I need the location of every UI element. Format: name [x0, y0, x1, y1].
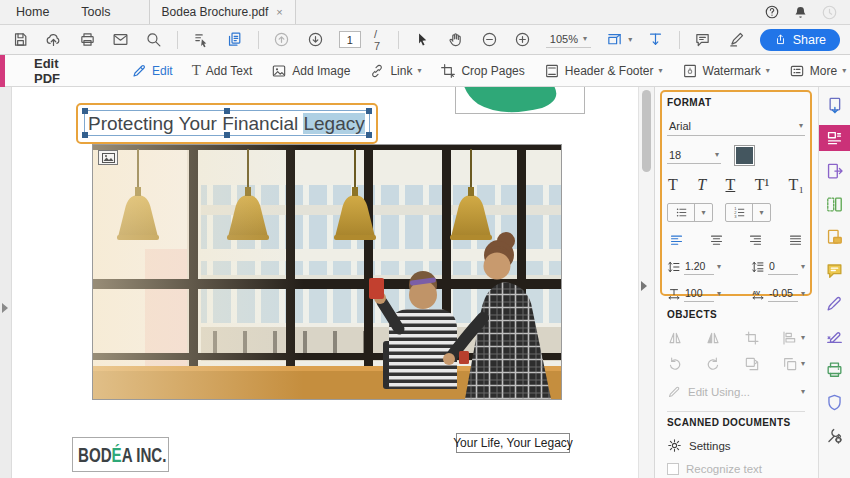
- protect-tool-icon[interactable]: [819, 389, 850, 415]
- align-right-button[interactable]: [748, 233, 763, 248]
- dropdown-caret-icon[interactable]: [752, 204, 770, 221]
- edit-using-button[interactable]: Edit Using...: [667, 384, 805, 399]
- hand-tool-icon[interactable]: [446, 29, 466, 51]
- expand-left-panel-icon[interactable]: [2, 303, 8, 313]
- account-icon[interactable]: [821, 4, 838, 21]
- horizontal-scale-control[interactable]: 100: [667, 286, 721, 302]
- arrange-objects-button[interactable]: [782, 356, 805, 372]
- highlighter-icon[interactable]: [726, 29, 746, 51]
- brochure-photo[interactable]: [92, 144, 562, 400]
- flip-vertical-button[interactable]: [705, 330, 721, 346]
- rotate-counterclockwise-button[interactable]: [667, 356, 683, 372]
- share-button[interactable]: Share: [760, 29, 840, 51]
- upload-cloud-icon[interactable]: [43, 29, 63, 51]
- organize-pages-icon[interactable]: [224, 29, 244, 51]
- page-heading[interactable]: Protecting Your Financial Legacy: [88, 110, 365, 138]
- zoom-out-icon[interactable]: [479, 29, 499, 51]
- request-signatures-tool-icon[interactable]: [819, 323, 850, 349]
- align-center-button[interactable]: [709, 233, 724, 248]
- selection-handle[interactable]: [366, 132, 372, 138]
- character-spacing-control[interactable]: AV -0.05: [751, 286, 805, 302]
- bulleted-list-control[interactable]: [667, 203, 713, 222]
- main-toolbar: 1 / 7 105% Share: [0, 25, 850, 55]
- collapse-panel-icon[interactable]: [641, 281, 647, 291]
- tab-document[interactable]: Bodea Brochure.pdf ×: [149, 0, 296, 24]
- recognize-text-checkbox-row[interactable]: Recognize text: [667, 463, 805, 475]
- scan-ocr-tool-icon[interactable]: [819, 356, 850, 382]
- superscript-button[interactable]: T¹: [755, 176, 770, 194]
- dropdown-caret-icon: [583, 35, 587, 43]
- more-button[interactable]: More: [789, 63, 846, 79]
- checkbox[interactable]: [667, 463, 679, 475]
- heading-highlight-callout: Protecting Your Financial Legacy: [76, 103, 378, 144]
- align-left-button[interactable]: [669, 233, 684, 248]
- link-button[interactable]: Link: [369, 63, 421, 79]
- italic-button[interactable]: T: [697, 176, 706, 194]
- left-panel-rail[interactable]: [0, 87, 12, 478]
- watermark-button[interactable]: Watermark: [682, 63, 770, 79]
- dropdown-caret-icon[interactable]: [628, 36, 632, 44]
- font-size-dropdown[interactable]: 18: [667, 147, 721, 164]
- replace-image-button[interactable]: [744, 356, 760, 372]
- crop-object-button[interactable]: [744, 330, 760, 346]
- brochure-top-graphic[interactable]: [455, 87, 585, 114]
- flip-horizontal-button[interactable]: [667, 330, 683, 346]
- scrollbar-thumb[interactable]: [642, 90, 651, 172]
- underline-button[interactable]: T: [725, 176, 735, 194]
- bulleted-list-icon[interactable]: [668, 204, 694, 221]
- export-pdf-tool-icon[interactable]: [819, 158, 850, 184]
- combine-files-tool-icon[interactable]: [819, 224, 850, 250]
- tab-tools[interactable]: Tools: [65, 0, 126, 24]
- add-text-button[interactable]: T Add Text: [192, 62, 253, 79]
- create-pdf-tool-icon[interactable]: [819, 92, 850, 118]
- header-footer-button[interactable]: Header & Footer: [544, 63, 663, 79]
- right-panel: FORMAT Arial 18 T T T T¹ T: [654, 87, 818, 478]
- print-icon[interactable]: [77, 29, 97, 51]
- previous-page-icon[interactable]: [272, 29, 292, 51]
- align-objects-button[interactable]: [782, 330, 805, 346]
- edit-pdf-tool-icon[interactable]: [819, 125, 850, 151]
- tab-home[interactable]: Home: [0, 0, 65, 24]
- close-tab-icon[interactable]: ×: [276, 6, 282, 18]
- align-objects-icon: [782, 330, 798, 346]
- more-tools-icon[interactable]: [819, 422, 850, 448]
- paragraph-spacing-control[interactable]: 0: [751, 259, 805, 275]
- zoom-level-dropdown[interactable]: 105%: [546, 31, 591, 48]
- selection-handle[interactable]: [366, 108, 372, 114]
- comment-icon[interactable]: [693, 29, 713, 51]
- numbered-list-control[interactable]: 123: [725, 203, 771, 222]
- paragraph-spacing-icon: [751, 260, 765, 274]
- numbered-list-icon[interactable]: 123: [726, 204, 752, 221]
- bodea-logo[interactable]: BODÉA INC.: [72, 437, 169, 472]
- font-color-swatch[interactable]: [735, 146, 754, 165]
- touch-select-icon[interactable]: [191, 29, 211, 51]
- tagline-text-box[interactable]: Your Life, Your Legacy: [456, 433, 570, 453]
- header-footer-icon: [544, 63, 560, 79]
- page-number-input[interactable]: 1: [339, 31, 361, 48]
- save-icon[interactable]: [10, 29, 30, 51]
- bold-button[interactable]: T: [668, 176, 678, 194]
- scrolling-mode-icon[interactable]: [645, 29, 665, 51]
- notifications-icon[interactable]: [793, 5, 808, 20]
- edit-button[interactable]: Edit: [131, 63, 173, 79]
- next-page-icon[interactable]: [305, 29, 325, 51]
- fill-sign-tool-icon[interactable]: [819, 290, 850, 316]
- comment-tool-icon[interactable]: [819, 257, 850, 283]
- fit-width-icon[interactable]: [604, 29, 624, 51]
- scan-settings-button[interactable]: Settings: [667, 438, 805, 453]
- crop-pages-button[interactable]: Crop Pages: [440, 63, 524, 79]
- select-tool-icon[interactable]: [412, 29, 432, 51]
- email-icon[interactable]: [110, 29, 130, 51]
- subscript-button[interactable]: T₁: [789, 176, 804, 194]
- add-image-button[interactable]: Add Image: [271, 63, 350, 79]
- organize-pages-tool-icon[interactable]: [819, 191, 850, 217]
- help-icon[interactable]: [764, 4, 780, 20]
- align-justify-button[interactable]: [788, 233, 803, 248]
- line-spacing-control[interactable]: 1.20: [667, 259, 721, 275]
- search-icon[interactable]: [144, 29, 164, 51]
- rotate-clockwise-button[interactable]: [705, 356, 721, 372]
- dropdown-caret-icon: [799, 122, 803, 130]
- font-family-dropdown[interactable]: Arial: [667, 117, 805, 136]
- dropdown-caret-icon[interactable]: [694, 204, 712, 221]
- zoom-in-icon[interactable]: [512, 29, 532, 51]
